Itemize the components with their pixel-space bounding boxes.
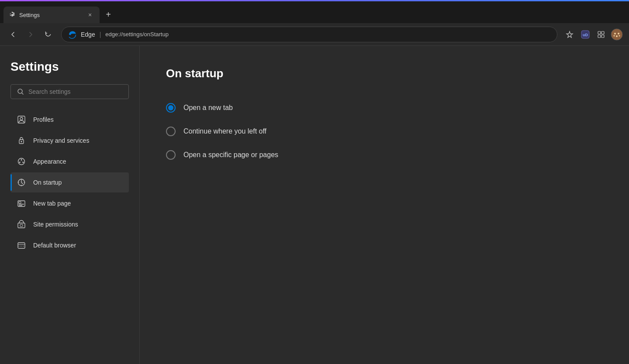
- sidebar-item-defaultbrowser-label: Default browser: [33, 242, 76, 249]
- tab-bar: Settings × +: [0, 1, 629, 23]
- tab-title: Settings: [19, 12, 82, 18]
- settings-tab-icon: [9, 11, 16, 18]
- address-separator: |: [100, 31, 101, 38]
- sidebar-item-newtab-label: New tab page: [33, 200, 71, 207]
- search-input[interactable]: [28, 88, 122, 95]
- svg-rect-27: [20, 224, 23, 227]
- edge-favicon: [68, 30, 76, 39]
- svg-rect-25: [19, 205, 22, 206]
- svg-rect-2: [598, 31, 601, 34]
- permissions-icon: [17, 220, 26, 229]
- svg-point-10: [614, 35, 615, 36]
- nav-bar: Edge | edge://settings/onStartup uD: [0, 23, 629, 46]
- startup-icon: [17, 178, 26, 187]
- search-icon: [17, 88, 24, 95]
- defaultbrowser-icon: [17, 240, 26, 250]
- svg-point-18: [21, 159, 22, 161]
- content-title: On startup: [166, 67, 603, 80]
- favorites-button[interactable]: [563, 27, 577, 41]
- sidebar-title: Settings: [10, 60, 129, 74]
- sidebar-item-profiles-label: Profiles: [33, 116, 54, 123]
- privacy-icon: [17, 136, 26, 145]
- ublock-button[interactable]: uD: [578, 27, 592, 41]
- sidebar-item-startup-label: On startup: [33, 179, 62, 186]
- main-area: Settings Profiles: [0, 46, 629, 364]
- sidebar-item-permissions-label: Site permissions: [33, 221, 78, 228]
- forward-button[interactable]: [23, 27, 38, 42]
- radio-continue-label: Continue where you left off: [183, 127, 266, 135]
- svg-point-16: [21, 141, 22, 142]
- reload-button[interactable]: [40, 27, 56, 42]
- extensions-button[interactable]: [594, 27, 608, 41]
- sidebar: Settings Profiles: [0, 46, 140, 364]
- radio-specific-label: Open a specific page or pages: [183, 151, 278, 159]
- sidebar-item-permissions[interactable]: Site permissions: [10, 214, 129, 234]
- content-panel: On startup Open a new tab Continue where…: [140, 46, 629, 364]
- settings-tab[interactable]: Settings ×: [3, 7, 100, 23]
- radio-new-tab-label: Open a new tab: [183, 104, 233, 112]
- svg-rect-26: [18, 223, 25, 228]
- appearance-icon: [17, 157, 26, 166]
- svg-rect-3: [601, 31, 604, 34]
- radio-option-specific[interactable]: Open a specific page or pages: [166, 145, 603, 165]
- radio-continue[interactable]: [166, 127, 176, 136]
- sidebar-item-profiles[interactable]: Profiles: [10, 110, 129, 130]
- new-tab-button[interactable]: +: [101, 7, 115, 21]
- sidebar-item-appearance[interactable]: Appearance: [10, 151, 129, 172]
- newtab-icon: [17, 199, 26, 208]
- address-url: edge://settings/onStartup: [105, 31, 551, 38]
- svg-point-11: [619, 35, 620, 36]
- back-button[interactable]: [5, 27, 21, 42]
- svg-rect-28: [18, 243, 25, 248]
- profile-icon: [17, 115, 26, 124]
- address-bar[interactable]: Edge | edge://settings/onStartup: [61, 27, 557, 42]
- svg-rect-4: [598, 35, 601, 38]
- svg-rect-5: [601, 35, 604, 38]
- svg-rect-24: [19, 204, 24, 205]
- sidebar-item-startup[interactable]: On startup: [10, 172, 129, 192]
- sidebar-item-privacy[interactable]: Privacy and services: [10, 130, 129, 151]
- radio-specific[interactable]: [166, 150, 176, 160]
- toolbar-icons: uD: [563, 27, 624, 41]
- sidebar-item-privacy-label: Privacy and services: [33, 137, 89, 144]
- tab-close-button[interactable]: ×: [86, 10, 94, 19]
- svg-point-14: [20, 117, 23, 120]
- svg-point-8: [618, 33, 619, 34]
- svg-text:uD: uD: [583, 33, 588, 37]
- sidebar-item-defaultbrowser[interactable]: Default browser: [10, 235, 129, 255]
- profile-button[interactable]: [610, 27, 624, 41]
- radio-option-new-tab[interactable]: Open a new tab: [166, 98, 603, 118]
- sidebar-item-newtab[interactable]: New tab page: [10, 193, 129, 213]
- sidebar-item-appearance-label: Appearance: [33, 158, 66, 165]
- search-box[interactable]: [10, 84, 129, 99]
- svg-point-9: [616, 35, 618, 37]
- svg-point-7: [614, 33, 616, 34]
- radio-option-continue[interactable]: Continue where you left off: [166, 121, 603, 141]
- svg-rect-23: [19, 202, 21, 203]
- address-brand: Edge: [81, 31, 95, 38]
- svg-point-6: [611, 29, 622, 40]
- radio-new-tab[interactable]: [166, 103, 176, 113]
